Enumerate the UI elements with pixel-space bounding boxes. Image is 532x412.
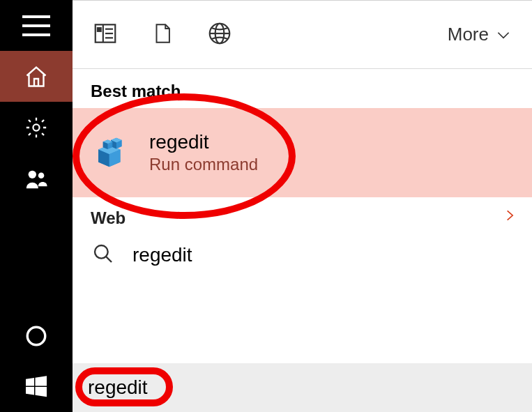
windows-logo-icon — [24, 374, 49, 399]
search-icon — [92, 243, 114, 268]
svg-line-14 — [106, 257, 112, 262]
search-results-panel: More Best match — [73, 0, 532, 412]
people-icon — [24, 167, 48, 190]
filter-bar: More — [73, 1, 532, 69]
search-bar[interactable] — [73, 363, 532, 412]
more-filters-button[interactable]: More — [448, 24, 512, 45]
svg-point-13 — [95, 245, 108, 259]
best-match-subtitle: Run command — [149, 155, 258, 174]
web-result-row[interactable]: regedit — [73, 236, 532, 275]
filter-document-button[interactable] — [151, 20, 174, 49]
svg-point-1 — [29, 170, 36, 178]
web-result-query: regedit — [132, 244, 192, 266]
sidebar-settings-button[interactable] — [0, 102, 73, 153]
svg-point-0 — [33, 124, 39, 130]
filter-news-button[interactable] — [92, 20, 119, 49]
filter-web-button[interactable] — [206, 20, 233, 49]
best-match-title: regedit — [149, 131, 258, 153]
web-heading: Web — [91, 208, 126, 228]
sidebar — [0, 0, 73, 412]
sidebar-menu-button[interactable] — [0, 0, 73, 51]
web-section-header[interactable]: Web — [73, 197, 532, 236]
sidebar-people-button[interactable] — [0, 153, 73, 204]
home-icon — [24, 64, 49, 89]
best-match-heading: Best match — [73, 69, 532, 108]
sidebar-home-button[interactable] — [0, 51, 73, 102]
svg-rect-9 — [98, 28, 101, 31]
hamburger-icon — [22, 15, 50, 36]
registry-icon — [92, 134, 130, 171]
svg-point-2 — [38, 172, 45, 178]
sidebar-cortana-button[interactable] — [0, 310, 73, 361]
cortana-icon — [24, 324, 48, 348]
search-input[interactable] — [88, 376, 532, 399]
best-match-result[interactable]: regedit Run command — [73, 108, 532, 197]
chevron-right-icon — [503, 206, 517, 230]
svg-point-3 — [27, 327, 45, 345]
chevron-down-icon — [494, 26, 512, 44]
sidebar-start-button[interactable] — [0, 361, 73, 412]
more-label: More — [448, 24, 489, 45]
gear-icon — [24, 116, 48, 139]
